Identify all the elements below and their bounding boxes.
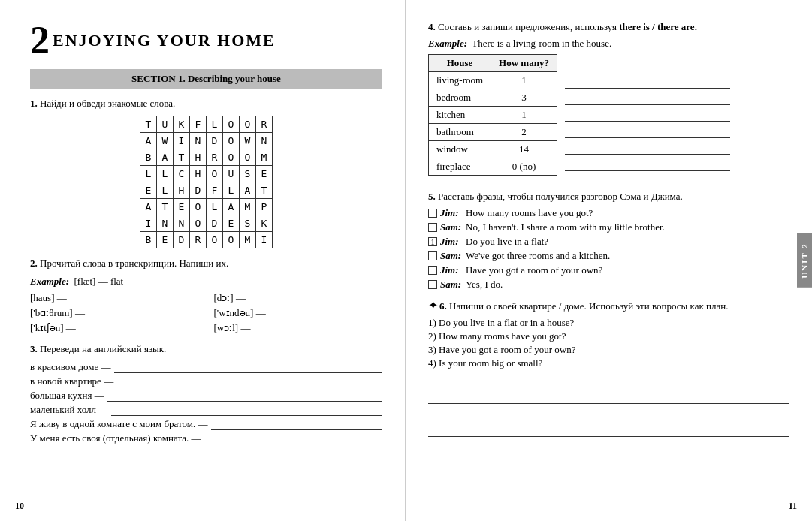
grid-cell: S xyxy=(240,215,256,232)
grid-cell: M xyxy=(240,199,256,215)
answer-line xyxy=(428,440,789,453)
grid-cell: E xyxy=(256,166,273,182)
star-icon: ✦ xyxy=(428,299,438,312)
answer-blank[interactable] xyxy=(79,323,199,333)
transcription-item: [wɔːl] — xyxy=(214,322,383,334)
dialog: Jim: How many rooms have you got? Sam: N… xyxy=(428,207,789,291)
dialog-line: Sam: We've got three rooms and a kitchen… xyxy=(428,250,789,262)
grid-cell: O xyxy=(240,149,256,166)
dialog-speaker: Sam: xyxy=(440,250,463,262)
transcription-item: ['bɑːθrum] — xyxy=(30,307,199,319)
grid-cell: L xyxy=(223,182,240,199)
task6-question: 1) Do you live in a flat or in a house? xyxy=(428,317,789,329)
dialog-text: No, I haven't. I share a room with my li… xyxy=(466,221,789,233)
grid-cell: R xyxy=(207,149,223,166)
table-row: window14 xyxy=(429,141,557,158)
transcription-item: [dɔː] — xyxy=(214,292,383,304)
dialog-text: Have you got a room of your own? xyxy=(466,264,789,276)
grid-cell: A xyxy=(140,199,157,215)
answer-line[interactable] xyxy=(565,158,730,171)
page-number-right: 11 xyxy=(789,501,797,512)
answer-line[interactable] xyxy=(565,141,730,155)
grid-cell: D xyxy=(174,232,190,248)
answer-blank[interactable] xyxy=(114,363,382,373)
answer-blank[interactable] xyxy=(204,434,382,444)
table-row: living-room1 xyxy=(429,72,557,89)
grid-cell: K xyxy=(256,215,273,232)
dialog-checkbox[interactable] xyxy=(428,280,437,289)
table-row: bathroom2 xyxy=(429,124,557,141)
answer-line[interactable] xyxy=(565,92,730,105)
answer-line xyxy=(428,390,789,404)
dialog-checkbox[interactable] xyxy=(428,251,437,260)
answer-blank[interactable] xyxy=(253,323,382,333)
dialog-checkbox[interactable] xyxy=(428,209,437,218)
grid-cell: A xyxy=(223,199,240,215)
right-page: 4. Составь и запиши предложения, использ… xyxy=(406,0,812,521)
grid-cell: N xyxy=(157,215,174,232)
answer-lines xyxy=(565,54,730,171)
dialog-text: How many rooms have you got? xyxy=(466,207,789,219)
answer-line xyxy=(428,423,789,437)
task6-question: 4) Is your room big or small? xyxy=(428,357,789,369)
grid-cell: T xyxy=(140,116,157,133)
answer-line xyxy=(428,407,789,420)
answer-blank[interactable] xyxy=(269,308,382,318)
dialog-line: Sam: No, I haven't. I share a room with … xyxy=(428,221,789,233)
left-page: 2ENJOYING YOUR HOME SECTION 1. Describin… xyxy=(0,0,406,521)
dialog-checkbox[interactable] xyxy=(428,223,437,232)
answer-line[interactable] xyxy=(565,125,730,138)
dialog-checkbox[interactable] xyxy=(428,266,437,275)
answer-line[interactable] xyxy=(565,75,730,89)
dialog-speaker: Jim: xyxy=(440,207,463,219)
grid-cell: B xyxy=(140,149,157,166)
grid-cell: W xyxy=(157,133,174,149)
table-header: How many? xyxy=(491,55,557,72)
answer-blank[interactable] xyxy=(107,391,382,402)
grid-cell: H xyxy=(190,166,207,182)
grid-cell: W xyxy=(240,133,256,149)
dialog-speaker: Jim: xyxy=(440,264,463,276)
unit-tab: UNIT 2 xyxy=(797,233,812,288)
grid-cell: I xyxy=(140,215,157,232)
grid-cell: O xyxy=(223,133,240,149)
grid-cell: U xyxy=(223,166,240,182)
table-row: kitchen1 xyxy=(429,107,557,124)
table-row: fireplace0 (no) xyxy=(429,158,557,176)
answer-blank[interactable] xyxy=(70,293,199,303)
grid-cell: O xyxy=(240,116,256,133)
grid-cell: H xyxy=(174,182,190,199)
grid-cell: D xyxy=(207,215,223,232)
section-header: SECTION 1. Describing your house xyxy=(30,69,382,89)
grid-cell: T xyxy=(157,199,174,215)
task3-line: в новой квартире — xyxy=(30,375,382,387)
answer-blank[interactable] xyxy=(111,405,382,416)
answer-line[interactable] xyxy=(565,108,730,122)
grid-cell: O xyxy=(223,116,240,133)
page-number-left: 10 xyxy=(15,501,24,512)
dialog-text: Yes, I do. xyxy=(466,279,789,291)
table-header: House xyxy=(429,55,491,72)
answer-blank[interactable] xyxy=(249,293,382,303)
task3-line: У меня есть своя (отдельная) комната. — xyxy=(30,432,382,444)
grid-cell: N xyxy=(190,133,207,149)
grid-cell: B xyxy=(140,232,157,248)
dialog-line: 1 Jim: Do you live in a flat? xyxy=(428,236,789,248)
dialog-checkbox[interactable]: 1 xyxy=(428,237,437,246)
transcription-items: [haus] —[dɔː] —['bɑːθrum] —['wɪndəu] —['… xyxy=(30,292,382,334)
word-search-grid: TUKFLOORAWINDOWNBATHROOMLLCHOUSEELHDFLAT… xyxy=(140,116,273,248)
dialog-speaker: Jim: xyxy=(440,236,463,248)
answer-blank[interactable] xyxy=(211,420,382,430)
task-1: 1. Найди и обведи знакомые слова. TUKFLO… xyxy=(30,98,382,248)
answer-blank[interactable] xyxy=(116,377,382,387)
dialog-speaker: Sam: xyxy=(440,279,463,291)
grid-cell: A xyxy=(140,133,157,149)
grid-cell: O xyxy=(207,166,223,182)
grid-cell: R xyxy=(256,116,273,133)
dialog-text: Do you live in a flat? xyxy=(466,236,789,248)
grid-cell: I xyxy=(256,232,273,248)
grid-cell: T xyxy=(256,182,273,199)
task6-answer-lines xyxy=(428,374,789,453)
task-4: 4. Составь и запиши предложения, использ… xyxy=(428,21,789,183)
answer-blank[interactable] xyxy=(88,308,199,318)
